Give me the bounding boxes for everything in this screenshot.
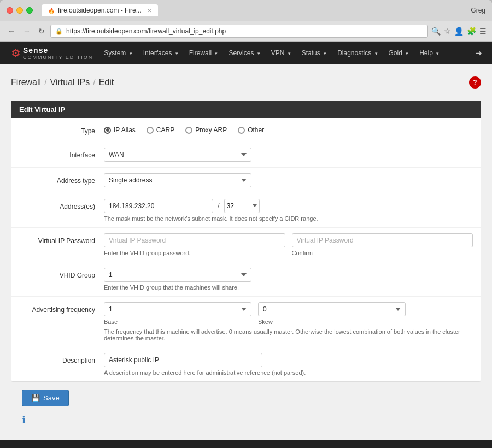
skew-col: 0 1 Skew (258, 302, 406, 325)
advertising-control: 1 2 Base 0 1 Skew (104, 302, 473, 341)
search-icon[interactable]: 🔍 (431, 27, 441, 36)
addresses-control: / 32 31 30 24 The mask must be the netwo… (104, 199, 473, 222)
tab-close-icon[interactable]: ✕ (147, 8, 151, 14)
radio-other-circle (238, 127, 245, 134)
nav-link-services[interactable]: Services ▾ (223, 44, 265, 62)
minimize-button[interactable] (16, 7, 23, 14)
form-body: Type IP Alias CARP (11, 118, 481, 381)
help-icon[interactable]: ? (469, 76, 481, 89)
address-input[interactable] (104, 199, 213, 213)
vip-password-control: Enter the VHID group password. Confirm (104, 233, 473, 256)
address-type-row: Address type Single address Network (11, 168, 481, 193)
radio-carp[interactable]: CARP (147, 126, 174, 134)
radio-carp-circle (147, 127, 154, 134)
page-content: Firewall / Virtual IPs / Edit ? Edit Vir… (0, 64, 492, 440)
description-label: Description (19, 353, 104, 366)
nav-item-firewall[interactable]: Firewall ▾ (184, 44, 224, 62)
nav-item-services[interactable]: Services ▾ (223, 44, 265, 62)
nav-link-vpn[interactable]: VPN ▾ (266, 44, 296, 62)
save-icon: 💾 (31, 394, 40, 402)
info-area: ℹ (11, 414, 481, 432)
description-input[interactable] (104, 353, 262, 367)
base-select[interactable]: 1 2 (104, 302, 251, 316)
vip-password-input-1[interactable] (104, 233, 285, 247)
url-text: https://fire.outsideopen.com/firewall_vi… (66, 27, 423, 35)
nav-item-vpn[interactable]: VPN ▾ (266, 44, 296, 62)
radio-ip-alias[interactable]: IP Alias (104, 126, 136, 134)
address-type-select[interactable]: Single address Network (104, 173, 251, 187)
vhid-group-select[interactable]: 1 2 3 (104, 268, 251, 282)
address-bar[interactable]: 🔒 https://fire.outsideopen.com/firewall_… (50, 25, 428, 38)
user-badge: Greg (471, 7, 485, 14)
footer-wrapper: ⊞ pfSense is © 2004 - 2016 by Electric S… (0, 440, 492, 448)
skew-select[interactable]: 0 1 (258, 302, 406, 316)
type-control: IP Alias CARP Proxy ARP (104, 123, 473, 134)
vhid-group-row: VHID Group 1 2 3 Enter the VHID group th… (11, 262, 481, 297)
nav-link-firewall[interactable]: Firewall ▾ (184, 44, 224, 62)
radio-other-label: Other (248, 126, 264, 134)
password-hint-2: Confirm (292, 250, 473, 256)
password-col-2: Confirm (292, 233, 473, 256)
interface-control: WAN LAN (104, 148, 473, 162)
addresses-row: Address(es) / 32 31 30 24 Th (11, 193, 481, 228)
profile-icon[interactable]: 👤 (454, 27, 464, 36)
bookmark-icon[interactable]: ☆ (444, 27, 451, 36)
tab-label: fire.outsideopen.com - Fire... (58, 7, 142, 14)
radio-proxy-arp[interactable]: Proxy ARP (185, 126, 227, 134)
nav-link-gold[interactable]: Gold ▾ (383, 44, 414, 62)
breadcrumb-firewall: Firewall (11, 78, 41, 87)
radio-proxy-arp-label: Proxy ARP (195, 126, 227, 134)
interface-row: Interface WAN LAN (11, 142, 481, 168)
browser-tab[interactable]: 🔥 fire.outsideopen.com - Fire... ✕ (42, 4, 158, 16)
reload-button[interactable]: ↻ (36, 26, 47, 37)
logo-subtitle: COMMUNITY EDITION (23, 55, 93, 60)
advertising-hint: The frequency that this machine will adv… (104, 328, 473, 341)
breadcrumb-sep-1: / (44, 78, 46, 87)
nav-link-status[interactable]: Status ▾ (296, 44, 332, 62)
back-button[interactable]: ← (5, 26, 17, 37)
menu-icon[interactable]: ☰ (479, 27, 487, 36)
interface-select[interactable]: WAN LAN (104, 148, 251, 162)
vip-password-input-2[interactable] (292, 233, 473, 247)
slash-separator: / (218, 202, 220, 210)
nav-link-interfaces[interactable]: Interfaces ▾ (138, 44, 184, 62)
interface-label: Interface (19, 148, 104, 160)
vip-password-label: Virtual IP Password (19, 233, 104, 246)
forward-button[interactable]: → (21, 26, 33, 37)
form-header: Edit Virtual IP (11, 101, 481, 118)
address-type-label: Address type (19, 173, 104, 186)
nav-link-system[interactable]: System ▾ (98, 44, 137, 62)
base-col: 1 2 Base (104, 302, 251, 325)
type-label: Type (19, 123, 104, 136)
vhid-group-control: 1 2 3 Enter the VHID group that the mach… (104, 268, 473, 291)
password-col-1: Enter the VHID group password. (104, 233, 285, 256)
password-fields-row: Enter the VHID group password. Confirm (104, 233, 473, 256)
nav-logout-icon[interactable]: ➜ (471, 44, 487, 62)
vip-password-row: Virtual IP Password Enter the VHID group… (11, 228, 481, 262)
close-button[interactable] (7, 7, 13, 14)
description-control: A description may be entered here for ad… (104, 353, 473, 376)
extension-icon[interactable]: 🧩 (467, 27, 476, 36)
nav-item-system[interactable]: System ▾ (98, 44, 137, 62)
breadcrumb: Firewall / Virtual IPs / Edit ? (11, 73, 481, 92)
nav-item-help[interactable]: Help ▾ (414, 44, 444, 62)
maximize-button[interactable] (26, 7, 33, 14)
nav-items: System ▾ Interfaces ▾ Firewall ▾ Service… (98, 44, 444, 62)
addresses-label: Address(es) (19, 199, 104, 211)
nav-item-diagnostics[interactable]: Diagnostics ▾ (332, 44, 383, 62)
nav-item-gold[interactable]: Gold ▾ (383, 44, 414, 62)
radio-other[interactable]: Other (238, 126, 264, 134)
base-label: Base (104, 319, 251, 325)
nav-link-help[interactable]: Help ▾ (414, 44, 444, 62)
pfsense-navbar: ⚙ Sense COMMUNITY EDITION System ▾ Inter… (0, 42, 492, 64)
type-row: Type IP Alias CARP (11, 118, 481, 142)
nav-item-status[interactable]: Status ▾ (296, 44, 332, 62)
advertising-label: Advertising frequency (19, 302, 104, 315)
pfsense-logo: ⚙ Sense COMMUNITY EDITION (5, 42, 98, 64)
address-hint: The mask must be the network's subnet ma… (104, 215, 473, 222)
cidr-select[interactable]: 32 31 30 24 (224, 199, 260, 213)
nav-item-interfaces[interactable]: Interfaces ▾ (138, 44, 184, 62)
save-button[interactable]: 💾 Save (22, 390, 69, 406)
footer-bar: pfSense is © 2004 - 2016 by Electric She… (13, 445, 479, 448)
nav-link-diagnostics[interactable]: Diagnostics ▾ (332, 44, 383, 62)
